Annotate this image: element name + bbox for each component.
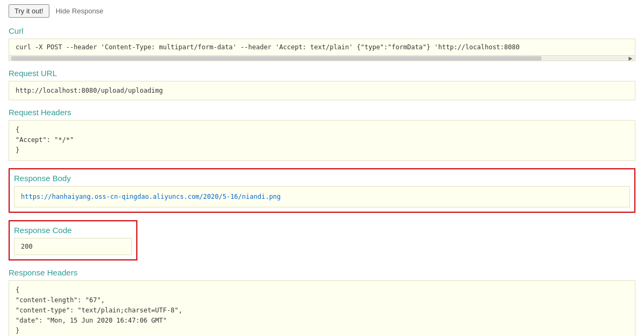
response-code-section: Response Code 200: [9, 220, 137, 260]
request-headers-label: Request Headers: [9, 108, 635, 117]
response-headers-line4: "date": "Mon, 15 Jun 2020 16:47:06 GMT": [16, 316, 628, 326]
response-headers-line2: "content-length": "67",: [16, 295, 628, 305]
response-headers-block: { "content-length": "67", "content-type"…: [9, 280, 635, 336]
curl-block-wrapper: curl -X POST --header 'Content-Type: mul…: [9, 39, 635, 61]
response-headers-line3: "content-type": "text/plain;charset=UTF-…: [16, 305, 628, 316]
curl-scrollbar[interactable]: ►: [9, 55, 635, 61]
curl-section: Curl curl -X POST --header 'Content-Type…: [9, 26, 635, 61]
curl-label: Curl: [9, 26, 635, 35]
response-body-block: https://hanhaiyang.oss-cn-qingdao.aliyun…: [14, 186, 630, 207]
top-bar: Try it out! Hide Response: [9, 4, 635, 18]
curl-text: curl -X POST --header 'Content-Type: mul…: [9, 39, 635, 55]
request-headers-block: { "Accept": "*/*" }: [9, 120, 635, 161]
response-body-url: https://hanhaiyang.oss-cn-qingdao.aliyun…: [21, 193, 281, 200]
request-url-section: Request URL http://localhost:8080/upload…: [9, 69, 635, 100]
request-url-block: http://localhost:8080/upload/uploadimg: [9, 81, 635, 100]
hide-response-link[interactable]: Hide Response: [56, 7, 104, 15]
page-container: Try it out! Hide Response Curl curl -X P…: [0, 0, 644, 336]
try-it-out-button[interactable]: Try it out!: [9, 4, 49, 18]
curl-scrollbar-thumb: [11, 56, 541, 61]
response-code-block: 200: [14, 238, 132, 255]
response-body-section: Response Body https://hanhaiyang.oss-cn-…: [9, 168, 635, 213]
request-url-label: Request URL: [9, 69, 635, 78]
request-headers-section: Request Headers { "Accept": "*/*" }: [9, 108, 635, 161]
request-headers-line3: }: [16, 145, 628, 155]
response-headers-line5: }: [16, 326, 628, 336]
request-headers-line2: "Accept": "*/*": [16, 135, 628, 145]
request-headers-line1: {: [16, 125, 628, 135]
response-headers-line1: {: [16, 285, 628, 295]
response-code-label: Response Code: [14, 226, 132, 235]
response-headers-section: Response Headers { "content-length": "67…: [9, 268, 635, 336]
response-body-label: Response Body: [14, 174, 630, 183]
response-headers-label: Response Headers: [9, 268, 635, 277]
